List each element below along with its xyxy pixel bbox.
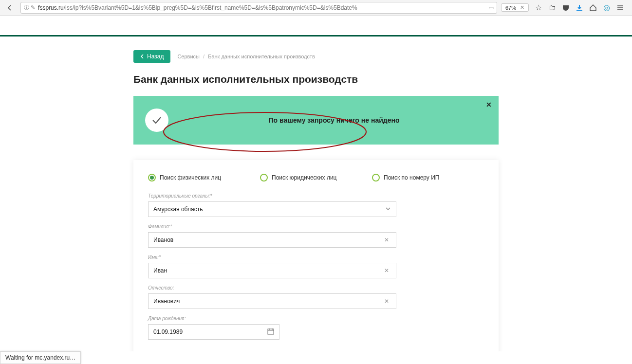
lastname-label: Фамилия:*	[148, 224, 484, 229]
radio-icon	[260, 174, 268, 182]
radio-by-number[interactable]: Поиск по номеру ИП	[372, 174, 484, 182]
chevron-down-icon	[385, 206, 391, 213]
dob-label: Дата рождения:	[148, 316, 484, 321]
chevron-left-icon	[140, 54, 144, 59]
page-top-bar: Назад Сервисы / Банк данных исполнительн…	[133, 50, 499, 63]
territory-select[interactable]: Амурская область	[148, 201, 396, 217]
library-icon[interactable]: 🗂	[547, 3, 557, 13]
patronymic-field[interactable]: Иванович ✕	[148, 293, 396, 309]
result-alert: По вашему запросу ничего не найдено ✕	[133, 96, 499, 145]
reader-mode-icon[interactable]: ▭	[488, 4, 494, 11]
territory-label: Территориальные органы:*	[148, 193, 484, 199]
radio-icon	[148, 174, 156, 182]
search-type-radio-group: Поиск физических лиц Поиск юридических л…	[148, 174, 484, 182]
firstname-label: Имя:*	[148, 255, 484, 260]
breadcrumb-item: Банк данных исполнительных производств	[208, 54, 315, 59]
zoom-reset-icon[interactable]: ✕	[520, 4, 524, 11]
home-icon[interactable]	[588, 3, 598, 13]
radio-icon	[372, 174, 380, 182]
url-text: fssprus.ru/iss/ip?is%5Bvariant%5D=1&is%5…	[38, 4, 485, 11]
toolbar-actions: ☆ 🗂 ◎	[530, 3, 629, 13]
clear-icon[interactable]: ✕	[382, 267, 391, 274]
zoom-indicator[interactable]: 67% ✕	[501, 3, 529, 12]
back-button[interactable]: Назад	[133, 50, 170, 63]
dob-field[interactable]: 01.09.1989	[148, 324, 279, 340]
breadcrumb-separator: /	[203, 54, 204, 59]
breadcrumb: Сервисы / Банк данных исполнительных про…	[177, 54, 315, 59]
page-viewport: Назад Сервисы / Банк данных исполнительн…	[0, 16, 632, 351]
svg-rect-1	[268, 329, 274, 334]
lastname-field[interactable]: Иванов ✕	[148, 232, 396, 248]
search-form: Поиск физических лиц Поиск юридических л…	[133, 160, 499, 351]
extension-icon[interactable]: ◎	[602, 3, 612, 13]
page-title: Банк данных исполнительных производств	[133, 73, 499, 85]
connection-icon: ⓘ ✎	[24, 4, 35, 11]
menu-icon[interactable]	[615, 3, 625, 13]
radio-legal-entities[interactable]: Поиск юридических лиц	[260, 174, 372, 182]
checkmark-icon	[145, 109, 168, 132]
breadcrumb-item[interactable]: Сервисы	[177, 54, 200, 59]
calendar-icon	[267, 328, 274, 336]
close-icon[interactable]: ✕	[486, 101, 492, 109]
back-nav-button[interactable]	[3, 1, 17, 14]
address-bar[interactable]: ⓘ ✎ fssprus.ru/iss/ip?is%5Bvariant%5D=1&…	[20, 2, 497, 14]
bookmark-star-icon[interactable]: ☆	[534, 3, 543, 13]
radio-individuals[interactable]: Поиск физических лиц	[148, 174, 260, 182]
pocket-icon[interactable]	[561, 3, 571, 13]
clear-icon[interactable]: ✕	[382, 237, 391, 243]
alert-message: По вашему запросу ничего не найдено	[181, 116, 487, 124]
clear-icon[interactable]: ✕	[382, 298, 391, 305]
patronymic-label: Отчество:	[148, 285, 484, 291]
browser-status-bar: Waiting for mc.yandex.ru…	[0, 351, 81, 364]
browser-toolbar: ⓘ ✎ fssprus.ru/iss/ip?is%5Bvariant%5D=1&…	[0, 0, 632, 16]
firstname-field[interactable]: Иван ✕	[148, 263, 396, 278]
downloads-icon[interactable]	[575, 3, 584, 13]
